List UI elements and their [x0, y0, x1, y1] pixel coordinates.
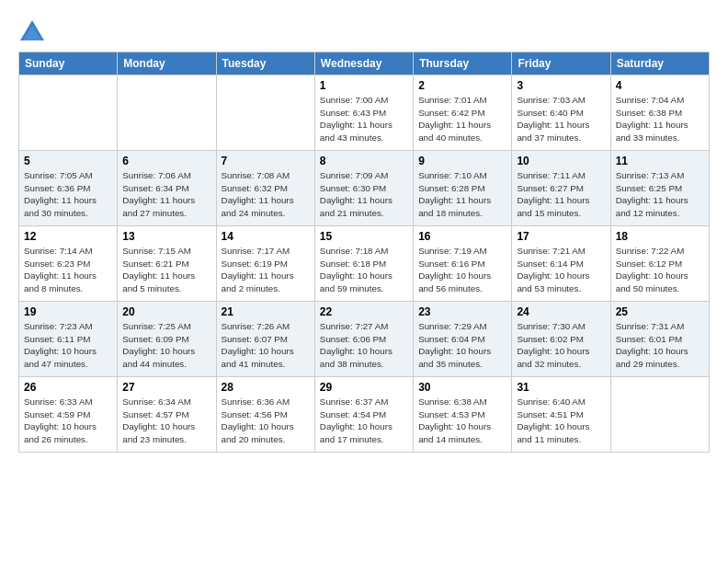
calendar-week-row: 19Sunrise: 7:23 AM Sunset: 6:11 PM Dayli… — [19, 302, 710, 377]
calendar-cell: 20Sunrise: 7:25 AM Sunset: 6:09 PM Dayli… — [118, 302, 216, 377]
day-number: 23 — [418, 305, 506, 318]
calendar-cell: 13Sunrise: 7:15 AM Sunset: 6:21 PM Dayli… — [118, 226, 216, 302]
calendar-cell: 5Sunrise: 7:05 AM Sunset: 6:36 PM Daylig… — [19, 151, 118, 226]
day-number: 3 — [517, 79, 605, 92]
calendar-cell: 9Sunrise: 7:10 AM Sunset: 6:28 PM Daylig… — [414, 151, 512, 226]
calendar-cell: 28Sunrise: 6:36 AM Sunset: 4:56 PM Dayli… — [216, 377, 314, 453]
day-info: Sunrise: 6:36 AM Sunset: 4:56 PM Dayligh… — [222, 396, 310, 446]
day-info: Sunrise: 7:27 AM Sunset: 6:06 PM Dayligh… — [320, 320, 408, 371]
day-number: 16 — [418, 230, 506, 243]
day-number: 25 — [616, 305, 704, 318]
day-header-tuesday: Tuesday — [216, 52, 314, 75]
calendar-cell: 21Sunrise: 7:26 AM Sunset: 6:07 PM Dayli… — [216, 302, 314, 377]
day-number: 6 — [122, 155, 210, 167]
day-number: 21 — [222, 305, 310, 318]
calendar-cell: 11Sunrise: 7:13 AM Sunset: 6:25 PM Dayli… — [610, 151, 709, 226]
day-number: 26 — [24, 381, 112, 394]
day-number: 10 — [517, 155, 605, 167]
header — [18, 15, 710, 46]
day-info: Sunrise: 7:01 AM Sunset: 6:42 PM Dayligh… — [418, 94, 506, 144]
calendar-cell — [216, 75, 314, 151]
day-info: Sunrise: 7:13 AM Sunset: 6:25 PM Dayligh… — [616, 169, 704, 220]
day-number: 17 — [517, 230, 605, 243]
calendar-cell: 3Sunrise: 7:03 AM Sunset: 6:40 PM Daylig… — [512, 75, 610, 151]
day-info: Sunrise: 7:23 AM Sunset: 6:11 PM Dayligh… — [24, 320, 112, 371]
calendar-week-row: 26Sunrise: 6:33 AM Sunset: 4:59 PM Dayli… — [19, 377, 710, 453]
day-info: Sunrise: 7:00 AM Sunset: 6:43 PM Dayligh… — [320, 94, 408, 144]
day-number: 12 — [24, 230, 112, 243]
calendar-cell: 19Sunrise: 7:23 AM Sunset: 6:11 PM Dayli… — [19, 302, 118, 377]
day-info: Sunrise: 7:09 AM Sunset: 6:30 PM Dayligh… — [320, 169, 408, 220]
calendar-cell: 25Sunrise: 7:31 AM Sunset: 6:01 PM Dayli… — [610, 302, 709, 377]
calendar-header-row: SundayMondayTuesdayWednesdayThursdayFrid… — [19, 52, 710, 75]
calendar-cell: 10Sunrise: 7:11 AM Sunset: 6:27 PM Dayli… — [512, 151, 610, 226]
day-number: 22 — [320, 305, 408, 318]
day-info: Sunrise: 6:33 AM Sunset: 4:59 PM Dayligh… — [24, 396, 112, 446]
calendar-cell — [19, 75, 118, 151]
day-number: 28 — [222, 381, 310, 394]
day-info: Sunrise: 7:10 AM Sunset: 6:28 PM Dayligh… — [418, 169, 506, 220]
calendar-cell: 1Sunrise: 7:00 AM Sunset: 6:43 PM Daylig… — [314, 75, 413, 151]
day-number: 4 — [616, 79, 704, 92]
calendar-week-row: 12Sunrise: 7:14 AM Sunset: 6:23 PM Dayli… — [19, 226, 710, 302]
day-info: Sunrise: 6:34 AM Sunset: 4:57 PM Dayligh… — [122, 396, 210, 446]
day-number: 24 — [517, 305, 605, 318]
calendar-week-row: 5Sunrise: 7:05 AM Sunset: 6:36 PM Daylig… — [19, 151, 710, 226]
day-number: 2 — [418, 79, 506, 92]
calendar-cell: 26Sunrise: 6:33 AM Sunset: 4:59 PM Dayli… — [19, 377, 118, 453]
day-header-monday: Monday — [118, 52, 216, 75]
day-info: Sunrise: 7:17 AM Sunset: 6:19 PM Dayligh… — [222, 245, 310, 295]
day-number: 7 — [222, 155, 310, 167]
calendar-cell: 4Sunrise: 7:04 AM Sunset: 6:38 PM Daylig… — [610, 75, 709, 151]
day-number: 14 — [222, 230, 310, 243]
day-info: Sunrise: 6:37 AM Sunset: 4:54 PM Dayligh… — [320, 396, 408, 446]
calendar-cell: 17Sunrise: 7:21 AM Sunset: 6:14 PM Dayli… — [512, 226, 610, 302]
day-info: Sunrise: 7:05 AM Sunset: 6:36 PM Dayligh… — [24, 169, 112, 220]
day-info: Sunrise: 7:25 AM Sunset: 6:09 PM Dayligh… — [122, 320, 210, 371]
calendar-cell: 18Sunrise: 7:22 AM Sunset: 6:12 PM Dayli… — [610, 226, 709, 302]
day-header-saturday: Saturday — [610, 52, 709, 75]
calendar-cell: 7Sunrise: 7:08 AM Sunset: 6:32 PM Daylig… — [216, 151, 314, 226]
calendar-week-row: 1Sunrise: 7:00 AM Sunset: 6:43 PM Daylig… — [19, 75, 710, 151]
calendar-cell — [610, 377, 709, 453]
day-number: 31 — [517, 381, 605, 394]
day-info: Sunrise: 7:11 AM Sunset: 6:27 PM Dayligh… — [517, 169, 605, 220]
day-number: 5 — [24, 155, 112, 167]
day-number: 15 — [320, 230, 408, 243]
day-info: Sunrise: 7:26 AM Sunset: 6:07 PM Dayligh… — [222, 320, 310, 371]
day-number: 18 — [616, 230, 704, 243]
calendar-cell: 6Sunrise: 7:06 AM Sunset: 6:34 PM Daylig… — [118, 151, 216, 226]
day-info: Sunrise: 7:30 AM Sunset: 6:02 PM Dayligh… — [517, 320, 605, 371]
logo — [18, 18, 50, 46]
day-info: Sunrise: 7:08 AM Sunset: 6:32 PM Dayligh… — [222, 169, 310, 220]
day-info: Sunrise: 6:40 AM Sunset: 4:51 PM Dayligh… — [517, 396, 605, 446]
day-number: 9 — [418, 155, 506, 167]
calendar-cell: 16Sunrise: 7:19 AM Sunset: 6:16 PM Dayli… — [414, 226, 512, 302]
calendar-cell — [118, 75, 216, 151]
day-info: Sunrise: 7:15 AM Sunset: 6:21 PM Dayligh… — [122, 245, 210, 295]
calendar-cell: 22Sunrise: 7:27 AM Sunset: 6:06 PM Dayli… — [314, 302, 413, 377]
day-number: 27 — [122, 381, 210, 394]
day-info: Sunrise: 7:18 AM Sunset: 6:18 PM Dayligh… — [320, 245, 408, 295]
day-number: 29 — [320, 381, 408, 394]
day-info: Sunrise: 7:31 AM Sunset: 6:01 PM Dayligh… — [616, 320, 704, 371]
day-header-friday: Friday — [512, 52, 610, 75]
day-info: Sunrise: 7:14 AM Sunset: 6:23 PM Dayligh… — [24, 245, 112, 295]
day-info: Sunrise: 7:21 AM Sunset: 6:14 PM Dayligh… — [517, 245, 605, 295]
day-number: 20 — [122, 305, 210, 318]
day-number: 11 — [616, 155, 704, 167]
day-info: Sunrise: 7:29 AM Sunset: 6:04 PM Dayligh… — [418, 320, 506, 371]
day-number: 30 — [418, 381, 506, 394]
day-number: 13 — [122, 230, 210, 243]
calendar-cell: 31Sunrise: 6:40 AM Sunset: 4:51 PM Dayli… — [512, 377, 610, 453]
calendar-cell: 30Sunrise: 6:38 AM Sunset: 4:53 PM Dayli… — [414, 377, 512, 453]
day-info: Sunrise: 7:22 AM Sunset: 6:12 PM Dayligh… — [616, 245, 704, 295]
day-header-thursday: Thursday — [414, 52, 512, 75]
calendar: SundayMondayTuesdayWednesdayThursdayFrid… — [18, 52, 710, 453]
page: SundayMondayTuesdayWednesdayThursdayFrid… — [0, 0, 728, 462]
logo-icon — [18, 18, 46, 46]
calendar-cell: 15Sunrise: 7:18 AM Sunset: 6:18 PM Dayli… — [314, 226, 413, 302]
calendar-cell: 29Sunrise: 6:37 AM Sunset: 4:54 PM Dayli… — [314, 377, 413, 453]
calendar-cell: 23Sunrise: 7:29 AM Sunset: 6:04 PM Dayli… — [414, 302, 512, 377]
day-header-wednesday: Wednesday — [314, 52, 413, 75]
